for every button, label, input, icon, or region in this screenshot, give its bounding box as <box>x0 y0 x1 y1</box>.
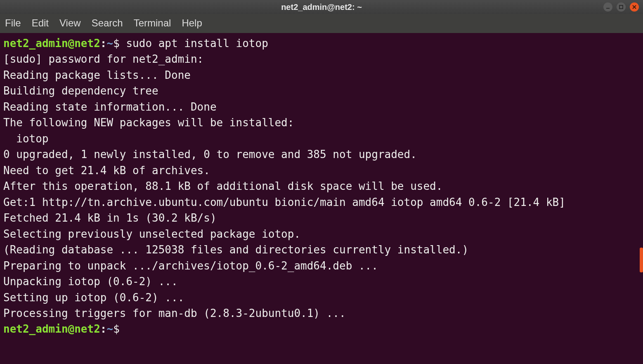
output-line: Unpacking iotop (0.6-2) ... <box>3 275 178 288</box>
command-text: sudo apt install iotop <box>126 37 268 50</box>
output-line: Setting up iotop (0.6-2) ... <box>3 291 184 304</box>
titlebar[interactable]: net2_admin@net2: ~ <box>0 0 643 14</box>
prompt-path: ~ <box>106 37 113 50</box>
menu-help[interactable]: Help <box>182 17 208 30</box>
menubar: File Edit View Search Terminal Help <box>0 14 643 33</box>
output-line: Fetched 21.4 kB in 1s (30.2 kB/s) <box>3 212 217 224</box>
output-line: [sudo] password for net2_admin: <box>3 53 203 65</box>
output-line: Preparing to unpack .../archives/iotop_0… <box>3 260 378 272</box>
output-line: iotop <box>3 132 49 145</box>
menu-file[interactable]: File <box>5 17 27 30</box>
output-line: (Reading database ... 125038 files and d… <box>3 243 468 256</box>
prompt-symbol: $ <box>113 37 120 50</box>
prompt-sep: : <box>100 37 107 50</box>
window-title: net2_admin@net2: ~ <box>0 2 643 12</box>
maximize-button[interactable] <box>617 2 626 12</box>
window-controls <box>603 2 639 12</box>
output-line: Get:1 http://tn.archive.ubuntu.com/ubunt… <box>3 196 565 208</box>
prompt-userhost: net2_admin@net2 <box>3 323 100 335</box>
output-line: After this operation, 88.1 kB of additio… <box>3 180 442 192</box>
menu-edit[interactable]: Edit <box>32 17 54 30</box>
output-line: Need to get 21.4 kB of archives. <box>3 164 210 177</box>
prompt-symbol: $ <box>113 323 120 335</box>
output-line: 0 upgraded, 1 newly installed, 0 to remo… <box>3 148 417 161</box>
prompt-userhost: net2_admin@net2 <box>3 37 100 50</box>
menu-terminal[interactable]: Terminal <box>134 17 177 30</box>
minimize-icon <box>605 5 610 9</box>
terminal-window: net2_admin@net2: ~ File Edit View Search… <box>0 0 643 364</box>
minimize-button[interactable] <box>603 2 612 12</box>
output-line: Building dependency tree <box>3 85 158 97</box>
scrollbar-thumb[interactable] <box>640 248 643 272</box>
close-icon <box>632 5 637 9</box>
close-button[interactable] <box>630 2 639 12</box>
output-line: Reading state information... Done <box>3 101 217 113</box>
menu-search[interactable]: Search <box>92 17 129 30</box>
svg-rect-1 <box>619 5 623 9</box>
output-line: Reading package lists... Done <box>3 69 191 81</box>
prompt-path: ~ <box>106 323 113 335</box>
maximize-icon <box>619 5 624 9</box>
menu-view[interactable]: View <box>59 17 87 30</box>
svg-rect-0 <box>606 8 610 9</box>
output-line: Selecting previously unselected package … <box>3 228 300 240</box>
output-line: The following NEW packages will be insta… <box>3 116 294 129</box>
output-line: Processing triggers for man-db (2.8.3-2u… <box>3 307 346 319</box>
prompt-sep: : <box>100 323 107 335</box>
terminal-viewport[interactable]: net2_admin@net2:~$ sudo apt install ioto… <box>0 33 643 364</box>
